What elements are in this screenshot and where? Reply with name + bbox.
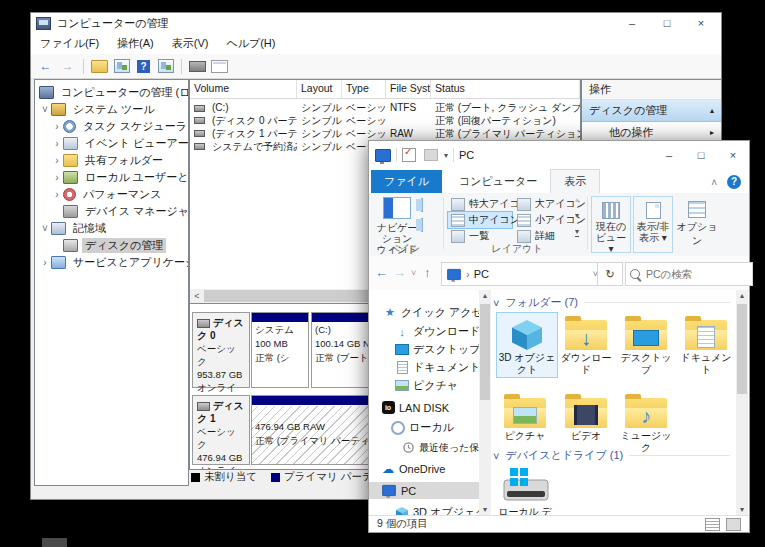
chevron-down-icon[interactable]: ˅ [493,297,499,309]
details-view-icon[interactable] [705,518,720,531]
nav-item-pictures[interactable]: ピクチャ [369,377,479,394]
tree-item-root[interactable]: コンピューターの管理 (ローカル) [39,84,189,100]
chevron-down-icon[interactable]: ˅ [493,450,499,462]
search-box[interactable] [625,262,753,286]
scrollbar-thumb[interactable] [204,290,372,302]
collapse-up-icon[interactable]: ▴ [710,106,714,115]
nav-item-quick-access[interactable]: ★ クイック アクセス [369,304,479,321]
nav-item-desktop[interactable]: デスクトップ [369,341,479,358]
tile-3d-objects[interactable]: 3D オブジェクト [496,312,558,378]
volume-row[interactable]: (ディスク 0 パーティション 3) シンプル ベーシック 正常 (回復パーティ… [190,114,580,127]
nav-item-documents[interactable]: ドキュメント [369,359,479,376]
nav-item-local[interactable]: ローカル [369,419,479,436]
chevron-right-icon[interactable]: › [51,189,63,200]
nav-item-pc[interactable]: PC [369,482,479,499]
menu-view[interactable]: 表示(V) [163,33,218,54]
nav-item-recent-saves[interactable]: 最近使った保存 [369,439,479,456]
menu-help[interactable]: ヘルプ(H) [217,33,284,54]
tree-item-device-manager[interactable]: デバイス マネージャー [51,203,189,219]
action-disk-management[interactable]: ディスクの管理 ▴ [582,100,721,122]
forward-icon[interactable]: → [59,59,76,74]
recent-locations-icon[interactable]: ˅ [411,268,416,278]
cm-maximize-button[interactable]: □ [653,14,681,32]
qat-customize-icon[interactable]: ▾ [444,151,448,160]
volume-row[interactable]: (ディスク 1 パーティション 1) シンプル ベーシック RAW 正常 (プラ… [190,127,580,140]
tab-view[interactable]: 表示 [550,169,600,193]
properties-icon[interactable] [402,148,416,162]
help-icon[interactable]: ? [727,175,741,189]
tile-downloads[interactable]: ↓ ダウンロード [557,312,615,376]
console-tree-icon[interactable] [113,59,130,74]
explorer-maximize-button[interactable]: □ [687,146,715,164]
nav-item-lan-disk[interactable]: io LAN DISK [369,399,479,416]
nav-scrollbar[interactable]: ▴ ▾ [479,290,491,516]
chevron-right-icon[interactable]: › [51,138,63,149]
thumbnail-view-icon[interactable] [726,518,741,531]
gallery-expand-icon[interactable]: ▾ [575,227,579,237]
section-devices[interactable]: ˅ デバイスとドライブ (1) [493,448,736,463]
disk-0-partition-system[interactable]: システム 100 MB 正常 (シ [251,312,309,388]
preview-pane-button[interactable] [421,199,423,211]
properties-panel-icon[interactable] [211,59,228,74]
menu-file[interactable]: ファイル(F) [31,33,108,54]
explorer-close-button[interactable]: × [719,146,747,164]
forward-icon[interactable]: → [393,265,406,280]
chevron-right-icon[interactable]: › [51,155,63,166]
tree-item-local-users-groups[interactable]: › ローカル ユーザーとグループ [51,169,189,185]
disk-1-label[interactable]: ディスク 1 ベーシック 476.94 GB オンライン [192,395,250,465]
col-type[interactable]: Type [342,80,386,98]
menu-action[interactable]: 操作(A) [108,33,163,54]
nav-item-downloads[interactable]: ↓ ダウンロード [369,323,479,340]
folder-icon[interactable] [91,59,108,74]
refresh-button[interactable]: ↻ [597,262,623,286]
back-icon[interactable]: ← [37,59,54,74]
details-pane-button[interactable] [421,219,423,231]
col-filesystem[interactable]: File System [386,80,431,98]
tile-pictures[interactable]: ピクチャ [496,390,554,442]
tree-item-event-viewer[interactable]: › イベント ビューアー [51,135,189,151]
col-volume[interactable]: Volume [190,80,297,98]
tab-computer[interactable]: コンピューター [446,170,550,193]
up-icon[interactable]: ↑ [424,265,431,280]
scroll-left-icon[interactable]: < [190,291,204,301]
tile-music[interactable]: ♪ ミュージック [617,390,675,454]
search-input[interactable] [644,267,738,281]
back-icon[interactable]: ← [375,265,388,280]
cm-minimize-button[interactable]: – [618,14,646,32]
tab-file[interactable]: ファイル [371,170,442,193]
col-layout[interactable]: Layout [297,80,342,98]
chevron-down-icon[interactable]: ˅ [39,223,51,234]
chevron-right-icon[interactable]: › [39,257,51,268]
scroll-up-icon[interactable]: ▴ [736,290,748,302]
tree-item-system-tools[interactable]: ˅ システム ツール [39,101,158,117]
volume-row[interactable]: (C:) シンプル ベーシック NTFS 正常 (ブート, クラッシュ ダンプ,… [190,101,580,114]
layout-details[interactable]: 詳細 [517,229,555,243]
scroll-up-icon[interactable]: ▴ [479,290,491,302]
chevron-right-icon[interactable]: › [51,121,63,132]
chevron-down-icon[interactable]: ˅ [39,104,51,115]
show-hide-button[interactable]: 表示/非表示 ▾ [633,196,673,253]
tree-item-shared-folders[interactable]: › 共有フォルダー [51,152,166,168]
gallery-scroll-down-icon[interactable]: ▾ [575,211,579,220]
content-scrollbar[interactable]: ▴ ▾ [736,290,748,516]
col-status[interactable]: Status [431,80,580,98]
disk-0-label[interactable]: ディスク 0 ベーシック 953.87 GB オンライン [192,312,250,388]
options-button[interactable]: オプション [675,196,719,248]
tree-item-performance[interactable]: › パフォーマンス [51,186,165,202]
tree-item-task-scheduler[interactable]: › タスク スケジューラ [51,118,189,134]
breadcrumb[interactable]: › PC ˅ [441,262,603,286]
nav-item-onedrive[interactable]: ☁ OneDrive [369,460,479,477]
console-window-icon[interactable] [157,59,174,74]
tile-videos[interactable]: ビデオ [557,390,615,442]
disk-tool-icon[interactable] [189,59,206,74]
tile-documents[interactable]: ドキュメント [677,312,735,376]
cm-close-button[interactable]: × [687,14,715,32]
section-folders[interactable]: ˅ フォルダー (7) [493,295,736,310]
tile-local-disk-c[interactable]: ローカル ディスク (C:) [496,464,554,516]
scrollbar-thumb[interactable] [737,304,747,394]
explorer-minimize-button[interactable]: – [655,146,683,164]
breadcrumb-segment-pc[interactable]: PC [474,268,489,280]
chevron-right-icon[interactable]: › [51,172,63,183]
tree-item-disk-management[interactable]: ディスクの管理 [63,237,166,253]
layout-md-icons[interactable]: 中アイコン [451,213,520,227]
